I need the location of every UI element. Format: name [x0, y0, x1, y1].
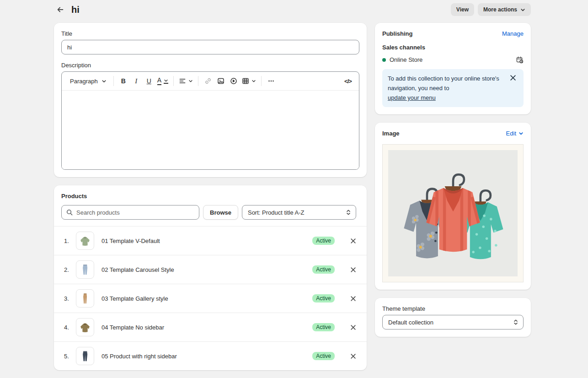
alignment-button[interactable]: [177, 75, 195, 87]
remove-product-button[interactable]: [347, 321, 359, 334]
product-row: 4. 04 Template No sidebar Active: [54, 313, 367, 341]
chevron-down-icon: [519, 131, 524, 136]
close-icon: [350, 238, 356, 244]
product-row: 5. 05 Product with right sidebar Active: [54, 341, 367, 370]
back-button[interactable]: [54, 3, 67, 16]
remove-product-button[interactable]: [347, 234, 359, 247]
search-products-input[interactable]: [61, 205, 199, 220]
more-actions-button[interactable]: More actions: [478, 3, 531, 16]
product-thumbnail-hoodie: [76, 232, 94, 250]
more-formatting-button[interactable]: [265, 75, 278, 87]
product-title: 04 Template No sidebar: [102, 324, 312, 331]
manage-publishing-link[interactable]: Manage: [502, 30, 524, 37]
theme-template-card: Theme template Default collection: [375, 298, 531, 337]
product-thumbnail-hoodie: [76, 318, 94, 336]
product-rank: 3.: [64, 295, 76, 302]
insert-table-button[interactable]: [240, 75, 258, 87]
text-color-button[interactable]: A: [155, 75, 170, 87]
remove-product-button[interactable]: [347, 292, 359, 305]
rte-toolbar: Paragraph B I U A: [62, 72, 359, 91]
chevron-down-icon: [164, 78, 168, 84]
top-bar: hi View More actions: [54, 0, 531, 16]
product-title: 03 Template Gallery style: [102, 295, 312, 302]
product-rank: 5.: [64, 353, 76, 360]
insert-image-button[interactable]: [214, 75, 227, 87]
image-heading: Image: [382, 130, 400, 137]
product-title: 05 Product with right sidebar: [102, 353, 312, 360]
sales-channel-row: Online Store: [382, 56, 524, 64]
edit-image-link[interactable]: Edit: [506, 130, 524, 137]
chevron-down-icon: [102, 79, 107, 84]
remove-product-button[interactable]: [347, 263, 359, 276]
ellipsis-icon: [267, 77, 275, 85]
show-html-button[interactable]: </>: [342, 75, 354, 87]
publishing-heading: Publishing: [382, 30, 412, 37]
page-title: hi: [71, 5, 80, 15]
italic-button[interactable]: I: [130, 75, 143, 87]
banner-text: To add this collection to your online st…: [388, 74, 503, 103]
align-text-icon: [179, 77, 186, 85]
arrow-left-icon: [56, 5, 64, 14]
close-icon: [350, 324, 356, 330]
status-badge: Active: [312, 352, 335, 360]
image-card: Image Edit: [375, 123, 531, 290]
product-thumbnail-jeans: [76, 347, 94, 365]
publishing-card: Publishing Manage Sales channels Online …: [375, 23, 531, 114]
product-rank: 2.: [64, 266, 76, 273]
chevron-down-icon: [188, 79, 193, 83]
product-search: [61, 205, 199, 220]
schedule-calendar-clock-icon[interactable]: [516, 56, 524, 64]
collection-image-shirts-illustration: [388, 150, 518, 276]
sort-select-value: Sort: Product title A-Z: [248, 209, 346, 216]
product-rank: 1.: [64, 238, 76, 244]
product-row: 3. 03 Template Gallery style Active: [54, 284, 367, 313]
update-your-menu-link[interactable]: update your menu: [388, 93, 503, 103]
product-list: 1. 01 Template V-Default Active 2.: [54, 226, 367, 370]
view-button[interactable]: View: [451, 3, 474, 16]
banner-close-button[interactable]: [508, 74, 518, 84]
product-title: 01 Template V-Default: [102, 238, 312, 244]
product-title: 02 Template Carousel Style: [102, 266, 312, 273]
navigation-info-banner: To add this collection to your online st…: [382, 69, 524, 107]
description-label: Description: [61, 62, 359, 69]
products-card: Products Browse Sort: Product title A-Z: [54, 185, 367, 370]
underline-button[interactable]: U: [143, 75, 155, 87]
theme-template-value: Default collection: [388, 319, 513, 326]
bold-button[interactable]: B: [117, 75, 130, 87]
image-icon: [217, 77, 225, 85]
description-editor-area[interactable]: [62, 91, 359, 169]
code-icon: </>: [344, 78, 352, 85]
play-circle-icon: [230, 77, 237, 85]
caret-up-down-icon: [346, 209, 351, 216]
insert-link-button[interactable]: [202, 75, 214, 87]
sort-select[interactable]: Sort: Product title A-Z: [242, 205, 356, 220]
product-rank: 4.: [64, 324, 76, 331]
chevron-down-icon: [520, 7, 525, 12]
theme-template-label: Theme template: [382, 305, 524, 312]
remove-product-button[interactable]: [347, 350, 359, 362]
status-badge: Active: [312, 323, 335, 331]
title-input[interactable]: [61, 40, 359, 54]
browse-button[interactable]: Browse: [203, 205, 238, 220]
sales-channels-heading: Sales channels: [382, 44, 524, 51]
status-badge: Active: [312, 237, 335, 245]
title-description-card: Title Description Paragraph B I: [54, 23, 367, 177]
paragraph-style-dropdown[interactable]: Paragraph: [66, 75, 110, 87]
link-icon: [204, 77, 212, 85]
product-row: 1. 01 Template V-Default Active: [54, 226, 367, 255]
theme-template-select[interactable]: Default collection: [382, 315, 524, 329]
status-badge: Active: [312, 265, 335, 274]
caret-up-down-icon: [513, 319, 519, 325]
rich-text-editor: Paragraph B I U A: [61, 71, 359, 170]
title-label: Title: [61, 30, 359, 37]
products-heading: Products: [54, 193, 367, 200]
close-icon: [350, 353, 356, 359]
insert-video-button[interactable]: [227, 75, 240, 87]
collection-image-frame[interactable]: [382, 144, 524, 282]
product-thumbnail-pants: [76, 289, 94, 308]
close-icon: [350, 296, 356, 302]
chevron-down-icon: [251, 79, 256, 83]
product-row: 2. 02 Template Carousel Style Active: [54, 255, 367, 284]
product-thumbnail-jeans: [76, 260, 94, 279]
table-icon: [242, 77, 249, 85]
